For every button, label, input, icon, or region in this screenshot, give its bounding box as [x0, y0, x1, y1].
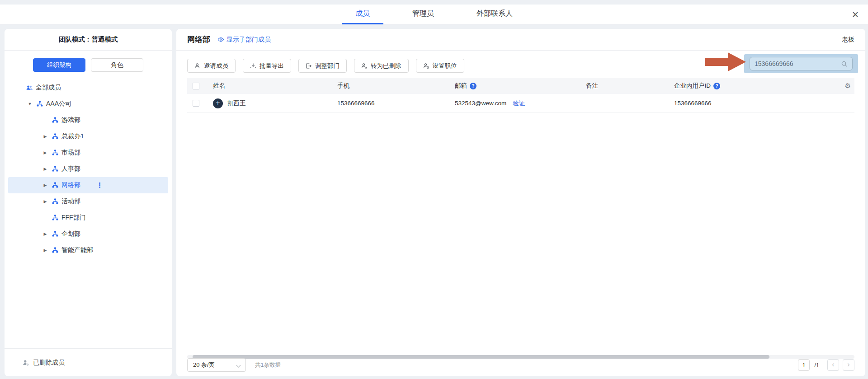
chevron-collapsed-icon[interactable] [42, 167, 48, 171]
member-management-page: 成员 管理员 外部联系人 ✕ 团队模式：普通模式 组织架构 角色 全部成员 [0, 0, 868, 379]
org-chart-icon [52, 117, 59, 124]
chevron-expanded-icon[interactable] [27, 102, 33, 106]
email-help-icon[interactable]: ? [470, 83, 476, 89]
more-actions-icon[interactable]: ⋮ [96, 181, 103, 189]
top-tab-bar: 成员 管理员 外部联系人 ✕ [0, 5, 868, 24]
row-checkbox[interactable] [193, 100, 199, 107]
tree-item-fff-dept[interactable]: FFF部门 [8, 210, 168, 226]
deleted-members-entry[interactable]: 已删除成员 [5, 348, 172, 376]
invite-member-button[interactable]: 邀请成员 [187, 59, 236, 73]
batch-export-button[interactable]: 批量导出 [243, 59, 291, 73]
org-chart-icon [52, 133, 59, 140]
member-panel: 网络部 显示子部门成员 老板 邀请成员 批量导出 调整部门 [176, 29, 865, 376]
tree-item-label: AAA公司 [46, 100, 71, 108]
chevron-collapsed-icon[interactable] [42, 134, 48, 139]
verify-email-link[interactable]: 验证 [513, 99, 525, 108]
org-chart-icon [52, 230, 59, 238]
member-email: 532543@wew.com [455, 100, 506, 107]
user-id-help-icon[interactable]: ? [713, 83, 720, 89]
pagination-bar: 20 条/页 共1条数据 1 /1 ‹ › [187, 354, 854, 376]
org-chart-icon [52, 149, 59, 156]
search-icon[interactable] [841, 61, 848, 67]
chevron-collapsed-icon[interactable] [42, 150, 48, 155]
tree-item-label: 企划部 [61, 230, 80, 238]
tree-item-aaa-company[interactable]: AAA公司 [8, 96, 168, 112]
search-highlight-overlay [744, 54, 858, 73]
show-subdept-label: 显示子部门成员 [226, 36, 271, 44]
chevron-down-icon [236, 363, 241, 368]
column-header-note: 备注 [580, 82, 669, 90]
tree-item-game-dept[interactable]: 游戏部 [8, 112, 168, 128]
tree-item-hr-dept[interactable]: 人事部 [8, 161, 168, 177]
org-sidebar: 团队模式：普通模式 组织架构 角色 全部成员 AAA公司 [5, 29, 172, 376]
prev-page-button[interactable]: ‹ [827, 359, 839, 371]
org-chart-icon [36, 100, 43, 108]
tree-item-label: 网络部 [61, 181, 80, 189]
column-settings-gear-icon[interactable]: ⚙ [845, 82, 851, 90]
tree-item-label: 人事部 [61, 165, 80, 173]
tree-item-president-office-1[interactable]: 总裁办1 [8, 128, 168, 145]
column-header-user-id: 企业内用户ID ? [669, 82, 840, 90]
select-all-checkbox[interactable] [193, 83, 199, 89]
people-group-icon [26, 84, 33, 91]
current-page-box[interactable]: 1 [798, 359, 810, 371]
avatar: 王 [213, 98, 223, 108]
roles-button[interactable]: 角色 [91, 58, 143, 72]
tree-item-label: 全部成员 [36, 84, 61, 92]
tab-group: 成员 管理员 外部联系人 [0, 5, 868, 24]
org-chart-icon [52, 165, 59, 173]
org-chart-icon [52, 214, 59, 221]
button-label: 转为已删除 [371, 62, 401, 70]
tree-item-market-dept[interactable]: 市场部 [8, 145, 168, 161]
mode-switch: 组织架构 角色 [5, 58, 172, 72]
org-chart-icon [52, 182, 59, 189]
team-mode-title: 团队模式：普通模式 [5, 29, 172, 51]
member-toolbar: 邀请成员 批量导出 调整部门 转为已删除 设置职位 [187, 59, 464, 73]
button-label: 设置职位 [433, 62, 457, 70]
member-search-box[interactable] [750, 57, 853, 70]
table-row[interactable]: 王 凯西王 15366669666 532543@wew.com 验证 1536… [187, 94, 854, 113]
chevron-collapsed-icon[interactable] [42, 199, 48, 204]
department-tree: 全部成员 AAA公司 游戏部 总裁 [5, 80, 172, 258]
show-subdept-link[interactable]: 显示子部门成员 [217, 36, 271, 44]
chevron-collapsed-icon[interactable] [42, 232, 48, 236]
tab-members[interactable]: 成员 [342, 5, 383, 24]
tree-item-label: FFF部门 [61, 214, 86, 222]
set-position-button[interactable]: 设置职位 [416, 59, 464, 73]
tree-item-label: 总裁办1 [61, 132, 84, 140]
org-chart-icon [52, 247, 59, 254]
tree-item-label: 活动部 [61, 197, 80, 206]
move-to-deleted-button[interactable]: 转为已删除 [354, 59, 409, 73]
page-size-select[interactable]: 20 条/页 [187, 358, 246, 372]
button-label: 调整部门 [315, 62, 340, 70]
department-title: 网络部 [187, 34, 210, 45]
chevron-collapsed-icon[interactable] [42, 248, 48, 253]
tab-external-contacts[interactable]: 外部联系人 [463, 5, 526, 24]
button-label: 邀请成员 [204, 62, 228, 70]
tree-item-network-dept[interactable]: 网络部 ⋮ [8, 177, 168, 193]
org-structure-button[interactable]: 组织架构 [33, 58, 85, 72]
table-header-row: 姓名 手机 邮箱 ? 备注 企业内用户ID ? ⚙ [187, 78, 854, 94]
chevron-collapsed-icon[interactable] [42, 183, 48, 187]
tree-item-planning-dept[interactable]: 企划部 [8, 226, 168, 242]
button-label: 批量导出 [259, 62, 284, 70]
search-input[interactable] [755, 60, 841, 67]
owner-label: 老板 [842, 36, 854, 44]
tree-item-smart-production-dept[interactable]: 智能产能部 [8, 242, 168, 258]
member-name[interactable]: 凯西王 [227, 99, 246, 108]
total-count-label: 共1条数据 [255, 361, 281, 369]
tree-item-label: 市场部 [61, 149, 80, 157]
deleted-person-icon [22, 359, 29, 366]
next-page-button[interactable]: › [843, 359, 854, 371]
adjust-department-button[interactable]: 调整部门 [298, 59, 347, 73]
column-header-name: 姓名 [208, 82, 332, 90]
tutorial-arrow-icon [705, 51, 747, 72]
member-phone: 15366669666 [337, 100, 375, 107]
column-header-email: 邮箱 ? [449, 82, 580, 90]
member-user-id: 15366669666 [674, 100, 712, 107]
column-header-phone: 手机 [332, 82, 449, 90]
tree-item-all-members[interactable]: 全部成员 [8, 80, 168, 96]
close-icon[interactable]: ✕ [852, 5, 859, 24]
tree-item-activity-dept[interactable]: 活动部 [8, 193, 168, 210]
tab-admins[interactable]: 管理员 [399, 5, 448, 24]
